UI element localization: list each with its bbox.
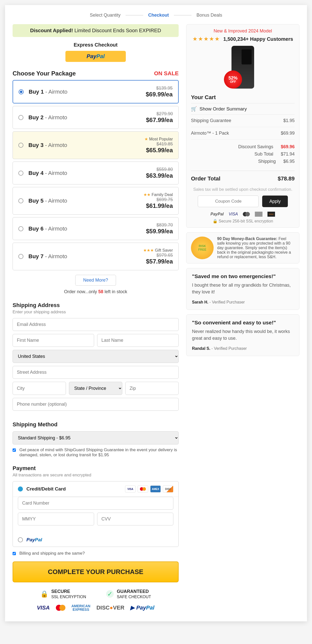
city-field[interactable] (13, 382, 66, 395)
shield-check-icon: ✓ (106, 590, 114, 598)
email-field[interactable] (13, 318, 179, 331)
mastercard-icon (243, 212, 250, 216)
shipping-method-select[interactable]: Standard Shipping - $6.95 (13, 431, 179, 444)
step-2: Checkout (148, 13, 169, 18)
package-price: $63.99/ea (146, 172, 173, 179)
first-name-field[interactable] (13, 334, 94, 347)
package-name: Buy 2 - Airmoto (28, 114, 67, 121)
package-option-3[interactable]: Buy 3 - Airmoto★ Most Popular$419.85$65.… (13, 131, 179, 159)
coupon-input[interactable] (198, 196, 259, 207)
package-name: Buy 5 - Airmoto (28, 198, 67, 204)
visa-icon: VISA (37, 604, 50, 611)
order-total-label: Order Total (191, 175, 220, 182)
pay-option-paypal[interactable]: PayPal (13, 533, 178, 547)
package-old-price: $839.70 (146, 222, 173, 228)
paypal-express-button[interactable]: PayPal (65, 51, 126, 62)
shipping-value: $6.95 (283, 159, 295, 164)
radio-icon (18, 537, 23, 542)
star-icon: ★★ (143, 193, 150, 197)
package-option-1[interactable]: Buy 1 - Airmoto$139.95$69.99/ea (13, 80, 179, 103)
pay-option-card[interactable]: Credit/Debit Card VISA AMEX DISC (13, 481, 178, 497)
card-number-field[interactable] (18, 497, 173, 510)
amex-icon (255, 212, 262, 217)
package-name: Buy 3 - Airmoto (28, 142, 67, 148)
testimonial-suffix: - Verified Purchaser (210, 346, 247, 351)
complete-button[interactable]: COMPLETE YOUR PURCHASE (13, 561, 179, 582)
billing-same-checkbox[interactable] (13, 552, 16, 555)
banner-text: Limited Discount Ends Soon (73, 28, 139, 33)
state-select[interactable]: State / Province (69, 382, 122, 395)
cart-title: Your Cart (191, 94, 295, 101)
cart-icon: 🛒 (191, 106, 197, 112)
amex-icon: AMERICANEXPRESS (71, 604, 90, 611)
tax-note: Sales tax will be settled upon checkout … (191, 187, 295, 192)
discover-icon: DISC●VER (96, 604, 124, 611)
card-cvv-field[interactable] (97, 513, 173, 525)
phone-field[interactable] (13, 398, 179, 411)
paypal-icon: ▶ PayPal (130, 604, 154, 611)
cart-line-label: Airmoto™ - 1 Pack (191, 131, 229, 136)
express-title: Express Checkout (13, 42, 179, 48)
pay-card-label: Credit/Debit Card (26, 486, 66, 492)
mastercard-icon (138, 485, 148, 493)
package-name: Buy 7 - Airmoto (28, 253, 67, 260)
step-1: Select Quantity (90, 13, 121, 18)
street-field[interactable] (13, 366, 179, 379)
shipguard-text: Get peace of mind with ShipGuard Shippin… (19, 447, 179, 458)
cart-line-label: Shipping Guarantee (191, 118, 231, 123)
radio-icon (18, 486, 23, 491)
shipping-sub: Enter your shipping address (13, 310, 179, 315)
testimonial-body: Never realized how handy this would be, … (192, 328, 294, 342)
shipping-label: Shipping (258, 159, 276, 164)
method-title: Shipping Method (13, 421, 179, 428)
billing-same-text: Billing and shipping are the same? (19, 551, 85, 556)
apply-button[interactable]: Apply (262, 196, 288, 207)
package-old-price: $279.90 (146, 111, 173, 117)
package-price: $61.99/ea (143, 202, 173, 209)
testimonial-quote: "Saved me on two emergencies!" (192, 273, 294, 279)
subtotal-label: Sub Total (254, 151, 273, 157)
payment-icons: PayPal VISA DISC (191, 212, 295, 217)
zip-field[interactable] (125, 382, 179, 395)
trust-guaranteed: ✓ GUARANTEEDSAFE CHECKOUT (106, 589, 151, 599)
testimonial-name: Sarah H. (192, 300, 208, 304)
package-price: $69.99/ea (146, 91, 173, 98)
payment-sub: All transactions are secure and encrypte… (13, 473, 179, 478)
star-icon: ★★★ (143, 248, 154, 252)
package-old-price: $559.80 (146, 167, 173, 172)
paypal-icon: PayPal (211, 212, 224, 216)
show-summary-button[interactable]: 🛒 Show Order Summary (191, 103, 295, 115)
package-price: $65.99/ea (144, 147, 173, 154)
billing-same-row[interactable]: Billing and shipping are the same? (13, 551, 179, 556)
package-option-2[interactable]: Buy 2 - Airmoto$279.90$67.99/ea (13, 106, 179, 129)
stock-count: 58 (98, 289, 103, 294)
step-sep (174, 15, 191, 15)
visa-icon: VISA (125, 485, 136, 493)
package-option-5[interactable]: Buy 5 - Airmoto★★ Family Deal$699.75$61.… (13, 187, 179, 215)
card-exp-field[interactable] (18, 513, 94, 525)
order-total-value: $78.89 (278, 175, 295, 182)
guarantee-seal-icon: RISKFREE (191, 237, 214, 259)
package-name: Buy 6 - Airmoto (28, 225, 67, 232)
shipguard-checkbox[interactable] (13, 448, 16, 452)
package-option-7[interactable]: Buy 7 - Airmoto★★★ Gift Saver$979.65$57.… (13, 243, 179, 270)
card-icons: VISA AMEX DISC (125, 485, 173, 493)
star-icon: ★ (144, 137, 148, 141)
ssl-note: 🔒 Secure 256-bit SSL encryption (191, 219, 295, 223)
step-3: Bonus Deals (197, 13, 222, 18)
need-more-button[interactable]: Need More? (75, 275, 116, 286)
package-option-4[interactable]: Buy 4 - Airmoto$559.80$63.99/ea (13, 162, 179, 184)
country-select[interactable]: United States (13, 350, 179, 363)
package-name: Buy 4 - Airmoto (28, 170, 67, 176)
cart-line-value: $1.95 (283, 118, 295, 123)
testimonial-quote: "So convenient and easy to use!" (192, 320, 294, 326)
cart-line: Shipping Guarantee$1.95 (191, 115, 295, 127)
last-name-field[interactable] (97, 334, 179, 347)
radio-icon (19, 89, 24, 94)
package-name: Buy 1 - Airmoto (29, 89, 67, 95)
package-option-6[interactable]: Buy 6 - Airmoto$839.70$59.99/ea (13, 217, 179, 240)
cart-line: Airmoto™ - 1 Pack$69.99 (191, 127, 295, 140)
new-model: New & Improved 2024 Model (191, 28, 295, 34)
guarantee-box: RISKFREE 90 Day Money-Back Guarantee: Fe… (186, 232, 299, 263)
shipguard-row[interactable]: Get peace of mind with ShipGuard Shippin… (13, 447, 179, 458)
